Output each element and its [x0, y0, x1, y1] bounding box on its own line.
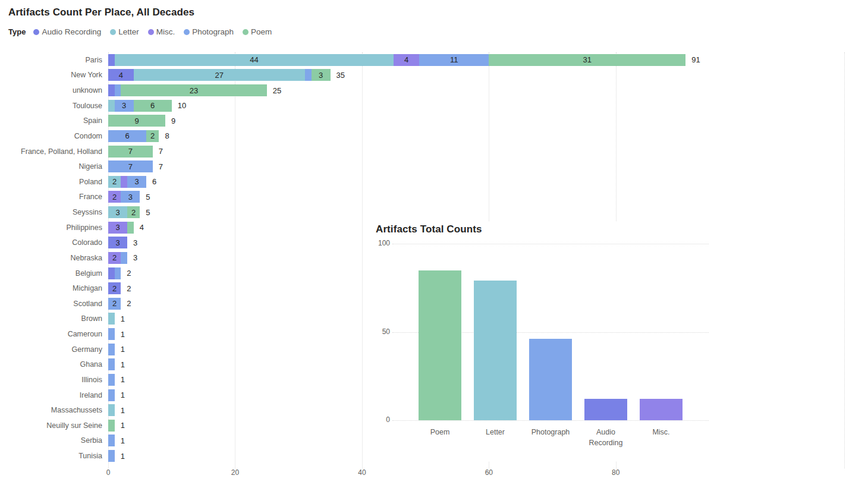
bar-segment[interactable]: 7 [108, 146, 153, 158]
segment-value: 31 [583, 55, 592, 64]
category-label: Scotland [0, 300, 108, 308]
bar-segment[interactable] [108, 404, 115, 416]
total-label: 35 [336, 71, 345, 80]
stacked-bar[interactable]: 23 [108, 191, 140, 203]
bar-segment[interactable]: 11 [419, 54, 489, 66]
stacked-bar[interactable] [108, 404, 115, 416]
segment-value: 2 [112, 253, 117, 262]
bar-segment[interactable]: 2 [108, 282, 121, 294]
stacked-bar[interactable] [108, 389, 115, 401]
stacked-bar[interactable]: 2 [108, 282, 121, 294]
bar-segment[interactable]: 6 [108, 130, 146, 142]
bar-segment[interactable] [108, 435, 115, 446]
stacked-bar[interactable] [108, 420, 115, 432]
bar-segment[interactable] [108, 100, 115, 112]
total-label: 7 [159, 162, 163, 171]
legend-item-letter[interactable]: Letter [110, 27, 139, 36]
bar-segment[interactable] [115, 84, 121, 96]
bar-segment[interactable] [115, 267, 121, 279]
bar-segment[interactable] [108, 328, 115, 340]
bar[interactable] [640, 399, 683, 420]
stacked-bar[interactable] [108, 313, 115, 325]
bar-segment[interactable]: 3 [121, 191, 140, 203]
category-label: unknown [0, 86, 108, 95]
category-label: Neuilly sur Seine [0, 421, 108, 430]
stacked-bar[interactable]: 9 [108, 115, 165, 127]
bar-segment[interactable] [108, 84, 115, 96]
stacked-bar[interactable]: 2 [108, 298, 121, 310]
bar-segment[interactable]: 23 [121, 84, 266, 96]
legend-item-poem[interactable]: Poem [243, 27, 272, 36]
bar-segment[interactable]: 2 [108, 298, 121, 310]
bar-segment[interactable] [108, 54, 115, 66]
stacked-bar[interactable] [108, 374, 115, 386]
bar-segment[interactable] [121, 176, 127, 188]
bar-segment[interactable]: 4 [108, 69, 134, 81]
stacked-bar[interactable] [108, 450, 115, 462]
bar-segment[interactable]: 2 [146, 130, 159, 142]
segment-value: 6 [125, 131, 129, 140]
stacked-bar[interactable] [108, 358, 115, 370]
bar-segment[interactable]: 2 [108, 191, 121, 203]
bar-segment[interactable]: 9 [108, 115, 165, 127]
stacked-bar[interactable]: 62 [108, 130, 159, 142]
stacked-bar[interactable]: 3 [108, 237, 127, 248]
bar-segment[interactable] [108, 420, 115, 432]
stacked-bar[interactable]: 7 [108, 160, 153, 172]
bar[interactable] [529, 339, 572, 420]
bar-segment[interactable]: 3 [108, 222, 127, 234]
type-legend: Type Audio RecordingLetterMisc.Photograp… [8, 27, 272, 36]
stacked-bar[interactable] [108, 435, 115, 446]
total-label: 2 [127, 269, 131, 278]
legend-item-photograph[interactable]: Photograph [184, 27, 234, 36]
bar-segment[interactable] [108, 374, 115, 386]
chart-row: Paris444113191 [0, 52, 868, 68]
bar-segment[interactable] [108, 450, 115, 462]
stacked-bar[interactable]: 2 [108, 252, 127, 264]
bar-segment[interactable]: 3 [127, 176, 146, 188]
bar-segment[interactable]: 2 [127, 206, 140, 218]
bar-segment[interactable]: 31 [489, 54, 685, 66]
x-axis-tick-label: 0 [96, 468, 120, 477]
stacked-bar[interactable] [108, 328, 115, 340]
category-label: Colorado [0, 238, 108, 247]
stacked-bar[interactable]: 23 [108, 84, 267, 96]
bar-segment[interactable] [108, 358, 115, 370]
stacked-bar[interactable]: 4441131 [108, 54, 685, 66]
bar-segment[interactable]: 3 [108, 206, 127, 218]
bar-segment[interactable] [305, 69, 312, 81]
total-label: 1 [121, 345, 125, 354]
stacked-bar[interactable]: 3 [108, 222, 134, 234]
category-label: Nebraska [0, 254, 108, 262]
bar-segment[interactable]: 6 [134, 100, 172, 112]
stacked-bar[interactable]: 36 [108, 100, 172, 112]
bar[interactable] [419, 270, 461, 420]
bar[interactable] [584, 399, 627, 420]
bar-segment[interactable] [108, 267, 115, 279]
stacked-bar[interactable]: 7 [108, 146, 153, 158]
segment-value: 3 [319, 71, 323, 80]
stacked-bar[interactable]: 23 [108, 176, 146, 188]
total-label: 91 [691, 55, 700, 64]
bar-segment[interactable]: 7 [108, 160, 153, 172]
bar[interactable] [474, 281, 517, 420]
bar-segment[interactable]: 3 [115, 100, 134, 112]
bar-segment[interactable]: 27 [134, 69, 305, 81]
legend-item-misc[interactable]: Misc. [148, 27, 175, 36]
bar-segment[interactable] [127, 222, 134, 234]
bar-segment[interactable] [108, 313, 115, 325]
bar-segment[interactable] [108, 344, 115, 355]
bar-segment[interactable]: 44 [115, 54, 394, 66]
stacked-bar[interactable]: 4273 [108, 69, 331, 81]
bar-segment[interactable]: 2 [108, 176, 121, 188]
legend-item-audio-recording[interactable]: Audio Recording [33, 27, 101, 36]
stacked-bar[interactable]: 32 [108, 206, 140, 218]
bar-segment[interactable] [121, 252, 127, 264]
stacked-bar[interactable] [108, 267, 121, 279]
bar-segment[interactable]: 2 [108, 252, 121, 264]
bar-segment[interactable]: 3 [312, 69, 331, 81]
bar-segment[interactable]: 3 [108, 237, 127, 248]
bar-segment[interactable]: 4 [394, 54, 419, 66]
bar-segment[interactable] [108, 389, 115, 401]
stacked-bar[interactable] [108, 344, 115, 355]
